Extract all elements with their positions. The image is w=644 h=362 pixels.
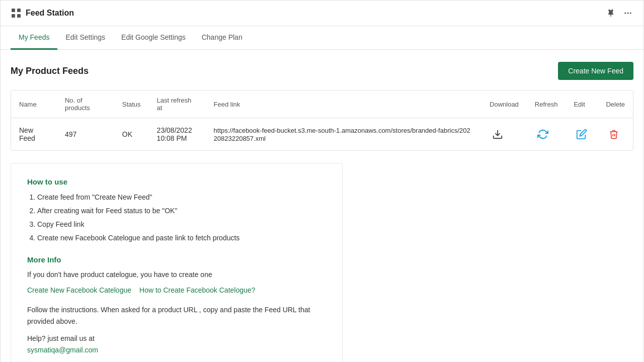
svg-point-6 [630,13,631,14]
how-to-use-steps: Create feed from "Create New Feed" After… [27,192,326,243]
step-1: Create feed from "Create New Feed" [37,192,326,203]
delete-button[interactable] [606,126,622,142]
app-header-right [605,8,633,19]
svg-point-4 [624,13,626,14]
tab-change-plan[interactable]: Change Plan [194,26,251,50]
tab-edit-settings[interactable]: Edit Settings [57,26,113,50]
col-delete: Delete [598,90,633,118]
feed-edit-cell [566,118,598,151]
svg-rect-2 [12,14,15,18]
create-facebook-catelogue-link[interactable]: Create New Facebook Catelogue [27,286,131,294]
download-button[interactable] [490,126,506,142]
col-num-products: No. of products [57,90,114,118]
col-edit: Edit [566,90,598,118]
refresh-button[interactable] [535,126,551,142]
pin-icon[interactable] [605,8,616,19]
col-last-refresh: Last refresh at [149,90,206,118]
app-header: Feed Station [1,1,643,26]
table-header-row: Name No. of products Status Last refresh… [11,90,633,118]
create-new-feed-button[interactable]: Create New Feed [558,62,633,80]
feed-link: https://facebook-feed-bucket.s3.me-south… [206,118,481,151]
step-3: Copy Feed link [37,219,326,230]
feed-last-refresh: 23/08/2022 10:08 PM [149,118,206,151]
email-link[interactable]: sysmatiqa@gmail.com [27,346,98,354]
section-header: My Product Feeds Create New Feed [11,62,633,80]
edit-button[interactable] [574,126,590,142]
col-feed-link: Feed link [206,90,481,118]
app-logo-icon [11,8,22,19]
svg-point-5 [627,13,629,14]
svg-rect-1 [17,9,21,12]
feeds-table: Name No. of products Status Last refresh… [11,90,633,150]
feed-status: OK [114,118,149,151]
section-title: My Product Feeds [11,66,89,76]
feed-refresh-cell [527,118,566,151]
feed-download-cell [481,118,527,151]
svg-rect-3 [17,14,21,18]
col-status: Status [114,90,149,118]
col-download: Download [481,90,527,118]
info-card: How to use Create feed from "Create New … [11,163,343,362]
more-info-title: More Info [27,255,326,264]
more-info-instruction: Follow the instructions. When asked for … [27,304,326,327]
step-4: Create new Facebook Catelogue and paste … [37,233,326,243]
how-to-create-catelogue-link[interactable]: How to Create Facebook Catelogue? [139,286,255,294]
table-row: New Feed 497 OK 23/08/2022 10:08 PM http… [11,118,633,151]
svg-rect-0 [12,9,15,12]
feed-delete-cell [598,118,633,151]
tabs-bar: My Feeds Edit Settings Edit Google Setti… [1,26,643,50]
tab-edit-google-settings[interactable]: Edit Google Settings [113,26,194,50]
more-info-links: Create New Facebook Catelogue How to Cre… [27,286,326,294]
how-to-use-title: How to use [27,177,326,186]
feeds-table-wrapper: Name No. of products Status Last refresh… [11,90,633,151]
tab-my-feeds[interactable]: My Feeds [11,26,57,50]
col-name: Name [11,90,57,118]
more-info-description: If you don't have product catelogue, you… [27,269,326,280]
col-refresh: Refresh [527,90,566,118]
app-title: Feed Station [26,9,74,18]
more-options-icon[interactable] [622,8,633,19]
step-2: After creating wait for Feed status to b… [37,206,326,216]
main-content: My Product Feeds Create New Feed Name No… [1,50,643,362]
help-text: Help? just email us at sysmatiqa@gmail.c… [27,333,326,355]
app-header-left: Feed Station [11,8,74,19]
feed-num-products: 497 [57,118,114,151]
feed-name: New Feed [11,118,57,151]
